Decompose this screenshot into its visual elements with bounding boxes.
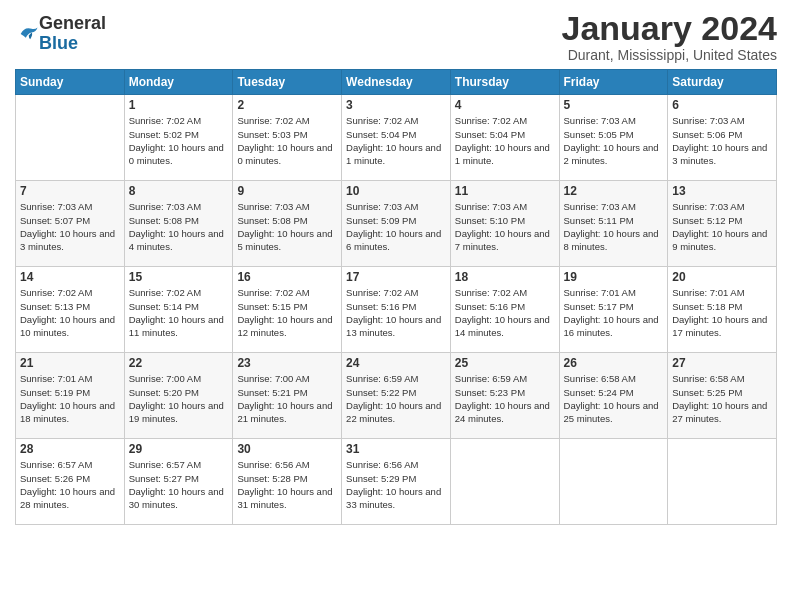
calendar-cell: 21Sunrise: 7:01 AMSunset: 5:19 PMDayligh… <box>16 353 125 439</box>
sunset-text: Sunset: 5:18 PM <box>672 300 772 313</box>
calendar-cell: 8Sunrise: 7:03 AMSunset: 5:08 PMDaylight… <box>124 181 233 267</box>
sunset-text: Sunset: 5:22 PM <box>346 386 446 399</box>
day-number: 17 <box>346 270 446 284</box>
daylight-text: Daylight: 10 hours and 6 minutes. <box>346 227 446 254</box>
day-number: 26 <box>564 356 664 370</box>
cell-content: Sunrise: 7:03 AMSunset: 5:07 PMDaylight:… <box>20 200 120 253</box>
calendar-cell: 22Sunrise: 7:00 AMSunset: 5:20 PMDayligh… <box>124 353 233 439</box>
sunrise-text: Sunrise: 7:02 AM <box>346 114 446 127</box>
sunrise-text: Sunrise: 7:03 AM <box>20 200 120 213</box>
cell-content: Sunrise: 7:02 AMSunset: 5:15 PMDaylight:… <box>237 286 337 339</box>
sunset-text: Sunset: 5:05 PM <box>564 128 664 141</box>
daylight-text: Daylight: 10 hours and 28 minutes. <box>20 485 120 512</box>
daylight-text: Daylight: 10 hours and 11 minutes. <box>129 313 229 340</box>
calendar-cell: 16Sunrise: 7:02 AMSunset: 5:15 PMDayligh… <box>233 267 342 353</box>
cell-content: Sunrise: 6:57 AMSunset: 5:27 PMDaylight:… <box>129 458 229 511</box>
logo-text: General Blue <box>39 14 106 54</box>
weekday-header-friday: Friday <box>559 70 668 95</box>
day-number: 28 <box>20 442 120 456</box>
daylight-text: Daylight: 10 hours and 9 minutes. <box>672 227 772 254</box>
calendar-cell: 7Sunrise: 7:03 AMSunset: 5:07 PMDaylight… <box>16 181 125 267</box>
daylight-text: Daylight: 10 hours and 27 minutes. <box>672 399 772 426</box>
cell-content: Sunrise: 6:57 AMSunset: 5:26 PMDaylight:… <box>20 458 120 511</box>
cell-content: Sunrise: 7:03 AMSunset: 5:08 PMDaylight:… <box>237 200 337 253</box>
sunset-text: Sunset: 5:17 PM <box>564 300 664 313</box>
daylight-text: Daylight: 10 hours and 22 minutes. <box>346 399 446 426</box>
sunrise-text: Sunrise: 7:02 AM <box>455 286 555 299</box>
sunrise-text: Sunrise: 7:01 AM <box>20 372 120 385</box>
daylight-text: Daylight: 10 hours and 2 minutes. <box>564 141 664 168</box>
sunset-text: Sunset: 5:26 PM <box>20 472 120 485</box>
sunset-text: Sunset: 5:07 PM <box>20 214 120 227</box>
cell-content: Sunrise: 6:58 AMSunset: 5:25 PMDaylight:… <box>672 372 772 425</box>
day-number: 22 <box>129 356 229 370</box>
calendar-cell <box>559 439 668 525</box>
day-number: 8 <box>129 184 229 198</box>
day-number: 16 <box>237 270 337 284</box>
weekday-header-saturday: Saturday <box>668 70 777 95</box>
day-number: 27 <box>672 356 772 370</box>
daylight-text: Daylight: 10 hours and 30 minutes. <box>129 485 229 512</box>
daylight-text: Daylight: 10 hours and 3 minutes. <box>20 227 120 254</box>
sunrise-text: Sunrise: 7:01 AM <box>672 286 772 299</box>
calendar-week-4: 21Sunrise: 7:01 AMSunset: 5:19 PMDayligh… <box>16 353 777 439</box>
page-container: General Blue January 2024 Durant, Missis… <box>0 0 792 535</box>
daylight-text: Daylight: 10 hours and 0 minutes. <box>129 141 229 168</box>
sunrise-text: Sunrise: 7:03 AM <box>455 200 555 213</box>
sunrise-text: Sunrise: 7:02 AM <box>237 286 337 299</box>
cell-content: Sunrise: 7:03 AMSunset: 5:06 PMDaylight:… <box>672 114 772 167</box>
sunrise-text: Sunrise: 7:00 AM <box>129 372 229 385</box>
calendar-cell: 23Sunrise: 7:00 AMSunset: 5:21 PMDayligh… <box>233 353 342 439</box>
cell-content: Sunrise: 7:02 AMSunset: 5:04 PMDaylight:… <box>346 114 446 167</box>
sunset-text: Sunset: 5:06 PM <box>672 128 772 141</box>
cell-content: Sunrise: 6:56 AMSunset: 5:29 PMDaylight:… <box>346 458 446 511</box>
day-number: 23 <box>237 356 337 370</box>
logo-bird-icon <box>17 23 39 45</box>
cell-content: Sunrise: 7:00 AMSunset: 5:20 PMDaylight:… <box>129 372 229 425</box>
calendar-cell: 20Sunrise: 7:01 AMSunset: 5:18 PMDayligh… <box>668 267 777 353</box>
calendar-cell: 29Sunrise: 6:57 AMSunset: 5:27 PMDayligh… <box>124 439 233 525</box>
day-number: 20 <box>672 270 772 284</box>
cell-content: Sunrise: 6:59 AMSunset: 5:22 PMDaylight:… <box>346 372 446 425</box>
calendar-cell: 3Sunrise: 7:02 AMSunset: 5:04 PMDaylight… <box>342 95 451 181</box>
sunset-text: Sunset: 5:08 PM <box>237 214 337 227</box>
sunrise-text: Sunrise: 6:58 AM <box>564 372 664 385</box>
day-number: 21 <box>20 356 120 370</box>
sunrise-text: Sunrise: 7:02 AM <box>237 114 337 127</box>
title-section: January 2024 Durant, Mississippi, United… <box>562 10 778 63</box>
sunset-text: Sunset: 5:14 PM <box>129 300 229 313</box>
day-number: 24 <box>346 356 446 370</box>
day-number: 9 <box>237 184 337 198</box>
daylight-text: Daylight: 10 hours and 12 minutes. <box>237 313 337 340</box>
logo-general: General <box>39 13 106 33</box>
sunrise-text: Sunrise: 7:03 AM <box>346 200 446 213</box>
calendar-cell: 11Sunrise: 7:03 AMSunset: 5:10 PMDayligh… <box>450 181 559 267</box>
cell-content: Sunrise: 7:03 AMSunset: 5:10 PMDaylight:… <box>455 200 555 253</box>
calendar-cell: 25Sunrise: 6:59 AMSunset: 5:23 PMDayligh… <box>450 353 559 439</box>
sunset-text: Sunset: 5:04 PM <box>346 128 446 141</box>
weekday-header-sunday: Sunday <box>16 70 125 95</box>
sunset-text: Sunset: 5:29 PM <box>346 472 446 485</box>
sunrise-text: Sunrise: 7:01 AM <box>564 286 664 299</box>
calendar-week-3: 14Sunrise: 7:02 AMSunset: 5:13 PMDayligh… <box>16 267 777 353</box>
day-number: 11 <box>455 184 555 198</box>
sunrise-text: Sunrise: 7:02 AM <box>129 114 229 127</box>
cell-content: Sunrise: 6:58 AMSunset: 5:24 PMDaylight:… <box>564 372 664 425</box>
calendar-cell <box>668 439 777 525</box>
daylight-text: Daylight: 10 hours and 17 minutes. <box>672 313 772 340</box>
calendar-cell <box>16 95 125 181</box>
sunset-text: Sunset: 5:20 PM <box>129 386 229 399</box>
daylight-text: Daylight: 10 hours and 8 minutes. <box>564 227 664 254</box>
weekday-header-thursday: Thursday <box>450 70 559 95</box>
sunrise-text: Sunrise: 7:00 AM <box>237 372 337 385</box>
sunrise-text: Sunrise: 7:02 AM <box>455 114 555 127</box>
sunset-text: Sunset: 5:27 PM <box>129 472 229 485</box>
cell-content: Sunrise: 7:02 AMSunset: 5:16 PMDaylight:… <box>346 286 446 339</box>
calendar-cell: 17Sunrise: 7:02 AMSunset: 5:16 PMDayligh… <box>342 267 451 353</box>
calendar-table: SundayMondayTuesdayWednesdayThursdayFrid… <box>15 69 777 525</box>
calendar-cell: 31Sunrise: 6:56 AMSunset: 5:29 PMDayligh… <box>342 439 451 525</box>
daylight-text: Daylight: 10 hours and 3 minutes. <box>672 141 772 168</box>
calendar-cell: 28Sunrise: 6:57 AMSunset: 5:26 PMDayligh… <box>16 439 125 525</box>
header: General Blue January 2024 Durant, Missis… <box>15 10 777 63</box>
daylight-text: Daylight: 10 hours and 13 minutes. <box>346 313 446 340</box>
